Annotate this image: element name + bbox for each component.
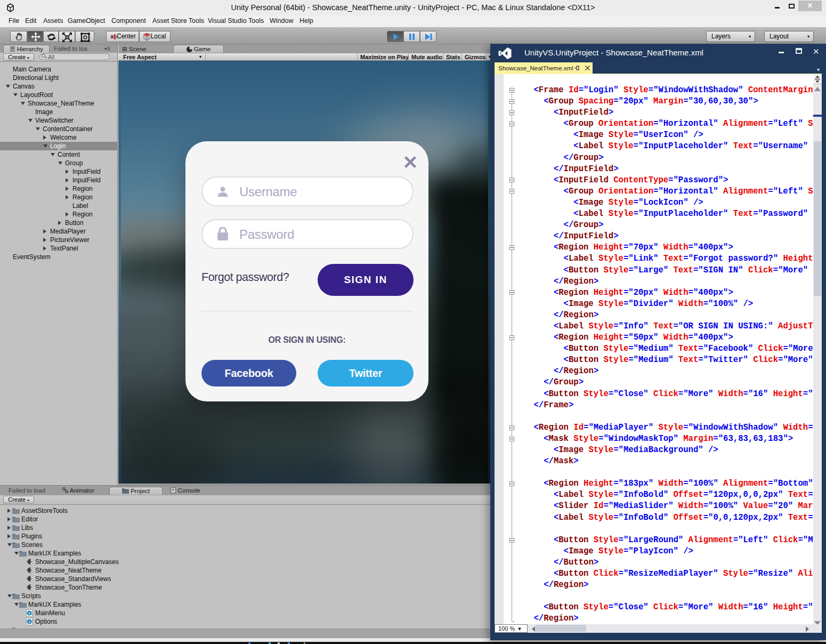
svg-text:#: # (28, 620, 30, 624)
svg-text:#: # (28, 611, 30, 615)
